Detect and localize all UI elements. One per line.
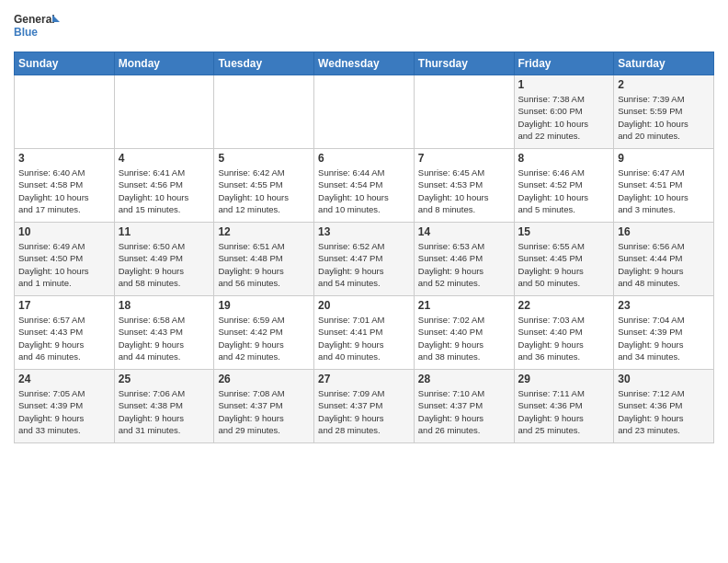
calendar-cell: 1Sunrise: 7:38 AM Sunset: 6:00 PM Daylig…	[514, 75, 614, 149]
calendar-cell: 23Sunrise: 7:04 AM Sunset: 4:39 PM Dayli…	[614, 296, 714, 370]
calendar-cell: 2Sunrise: 7:39 AM Sunset: 5:59 PM Daylig…	[614, 75, 714, 149]
header-sunday: Sunday	[15, 52, 115, 75]
cell-info: Sunrise: 7:04 AM Sunset: 4:39 PM Dayligh…	[618, 314, 710, 362]
day-number: 30	[618, 373, 710, 385]
svg-marker-2	[52, 15, 60, 22]
cell-info: Sunrise: 6:49 AM Sunset: 4:50 PM Dayligh…	[18, 240, 110, 289]
day-number: 28	[418, 373, 510, 385]
calendar-cell	[314, 75, 415, 149]
calendar-cell: 19Sunrise: 6:59 AM Sunset: 4:42 PM Dayli…	[214, 296, 314, 370]
calendar-cell: 5Sunrise: 6:42 AM Sunset: 4:55 PM Daylig…	[214, 149, 314, 223]
svg-text:General: General	[14, 13, 55, 26]
header-saturday: Saturday	[614, 52, 714, 75]
cell-info: Sunrise: 6:42 AM Sunset: 4:55 PM Dayligh…	[218, 167, 310, 215]
cell-info: Sunrise: 7:02 AM Sunset: 4:40 PM Dayligh…	[418, 314, 510, 362]
svg-text:Blue: Blue	[14, 26, 38, 39]
calendar-cell: 26Sunrise: 7:08 AM Sunset: 4:37 PM Dayli…	[214, 370, 314, 443]
day-number: 15	[518, 225, 610, 238]
cell-info: Sunrise: 6:53 AM Sunset: 4:46 PM Dayligh…	[418, 240, 510, 289]
day-number: 4	[119, 152, 210, 165]
calendar-cell	[414, 75, 514, 149]
calendar-cell: 7Sunrise: 6:45 AM Sunset: 4:53 PM Daylig…	[414, 149, 514, 223]
cell-info: Sunrise: 6:50 AM Sunset: 4:49 PM Dayligh…	[119, 240, 210, 289]
calendar-cell	[214, 75, 314, 149]
day-number: 5	[218, 152, 310, 165]
header-monday: Monday	[114, 52, 214, 75]
cell-info: Sunrise: 7:05 AM Sunset: 4:39 PM Dayligh…	[18, 387, 110, 436]
calendar-cell: 17Sunrise: 6:57 AM Sunset: 4:43 PM Dayli…	[15, 296, 115, 370]
cell-info: Sunrise: 7:08 AM Sunset: 4:37 PM Dayligh…	[218, 387, 310, 436]
header-friday: Friday	[514, 52, 614, 75]
calendar-cell: 10Sunrise: 6:49 AM Sunset: 4:50 PM Dayli…	[15, 223, 115, 296]
calendar-cell: 16Sunrise: 6:56 AM Sunset: 4:44 PM Dayli…	[614, 223, 714, 296]
day-number: 1	[518, 78, 610, 91]
calendar-cell: 11Sunrise: 6:50 AM Sunset: 4:49 PM Dayli…	[114, 223, 214, 296]
day-number: 19	[218, 299, 310, 312]
calendar-cell: 12Sunrise: 6:51 AM Sunset: 4:48 PM Dayli…	[214, 223, 314, 296]
day-number: 21	[418, 299, 510, 312]
calendar-cell: 6Sunrise: 6:44 AM Sunset: 4:54 PM Daylig…	[314, 149, 415, 223]
day-number: 2	[618, 78, 710, 91]
day-number: 29	[518, 373, 610, 385]
cell-info: Sunrise: 6:41 AM Sunset: 4:56 PM Dayligh…	[119, 167, 210, 215]
day-number: 7	[418, 152, 510, 165]
calendar-cell: 18Sunrise: 6:58 AM Sunset: 4:43 PM Dayli…	[114, 296, 214, 370]
week-row-4: 24Sunrise: 7:05 AM Sunset: 4:39 PM Dayli…	[15, 370, 714, 443]
logo-svg: General Blue	[14, 9, 60, 44]
calendar-cell: 30Sunrise: 7:12 AM Sunset: 4:36 PM Dayli…	[614, 370, 714, 443]
day-number: 9	[618, 152, 710, 165]
cell-info: Sunrise: 7:10 AM Sunset: 4:37 PM Dayligh…	[418, 387, 510, 436]
day-number: 20	[318, 299, 410, 312]
header-tuesday: Tuesday	[214, 52, 314, 75]
cell-info: Sunrise: 7:12 AM Sunset: 4:36 PM Dayligh…	[618, 387, 710, 436]
week-row-1: 3Sunrise: 6:40 AM Sunset: 4:58 PM Daylig…	[15, 149, 714, 223]
day-number: 22	[518, 299, 610, 312]
page-header: General Blue	[14, 9, 714, 44]
calendar-cell: 15Sunrise: 6:55 AM Sunset: 4:45 PM Dayli…	[514, 223, 614, 296]
cell-info: Sunrise: 6:51 AM Sunset: 4:48 PM Dayligh…	[218, 240, 310, 289]
day-number: 12	[218, 225, 310, 238]
cell-info: Sunrise: 6:57 AM Sunset: 4:43 PM Dayligh…	[18, 314, 110, 362]
day-number: 24	[18, 373, 110, 385]
calendar-cell: 29Sunrise: 7:11 AM Sunset: 4:36 PM Dayli…	[514, 370, 614, 443]
week-row-2: 10Sunrise: 6:49 AM Sunset: 4:50 PM Dayli…	[15, 223, 714, 296]
calendar-cell: 4Sunrise: 6:41 AM Sunset: 4:56 PM Daylig…	[114, 149, 214, 223]
calendar-cell: 9Sunrise: 6:47 AM Sunset: 4:51 PM Daylig…	[614, 149, 714, 223]
day-number: 16	[618, 225, 710, 238]
cell-info: Sunrise: 7:01 AM Sunset: 4:41 PM Dayligh…	[318, 314, 410, 362]
day-number: 18	[119, 299, 210, 312]
calendar-header-row: SundayMondayTuesdayWednesdayThursdayFrid…	[15, 52, 714, 75]
calendar-cell: 27Sunrise: 7:09 AM Sunset: 4:37 PM Dayli…	[314, 370, 415, 443]
calendar-cell: 22Sunrise: 7:03 AM Sunset: 4:40 PM Dayli…	[514, 296, 614, 370]
week-row-3: 17Sunrise: 6:57 AM Sunset: 4:43 PM Dayli…	[15, 296, 714, 370]
day-number: 25	[119, 373, 210, 385]
day-number: 3	[18, 152, 110, 165]
cell-info: Sunrise: 6:55 AM Sunset: 4:45 PM Dayligh…	[518, 240, 610, 289]
calendar-cell: 8Sunrise: 6:46 AM Sunset: 4:52 PM Daylig…	[514, 149, 614, 223]
day-number: 27	[318, 373, 410, 385]
week-row-0: 1Sunrise: 7:38 AM Sunset: 6:00 PM Daylig…	[15, 75, 714, 149]
cell-info: Sunrise: 6:52 AM Sunset: 4:47 PM Dayligh…	[318, 240, 410, 289]
calendar-cell	[114, 75, 214, 149]
calendar-cell: 14Sunrise: 6:53 AM Sunset: 4:46 PM Dayli…	[414, 223, 514, 296]
logo: General Blue	[14, 9, 60, 44]
calendar-cell: 20Sunrise: 7:01 AM Sunset: 4:41 PM Dayli…	[314, 296, 415, 370]
calendar-cell: 21Sunrise: 7:02 AM Sunset: 4:40 PM Dayli…	[414, 296, 514, 370]
cell-info: Sunrise: 6:56 AM Sunset: 4:44 PM Dayligh…	[618, 240, 710, 289]
calendar-cell: 3Sunrise: 6:40 AM Sunset: 4:58 PM Daylig…	[15, 149, 115, 223]
cell-info: Sunrise: 6:59 AM Sunset: 4:42 PM Dayligh…	[218, 314, 310, 362]
day-number: 13	[318, 225, 410, 238]
cell-info: Sunrise: 6:58 AM Sunset: 4:43 PM Dayligh…	[119, 314, 210, 362]
cell-info: Sunrise: 6:40 AM Sunset: 4:58 PM Dayligh…	[18, 167, 110, 215]
day-number: 26	[218, 373, 310, 385]
calendar-cell: 24Sunrise: 7:05 AM Sunset: 4:39 PM Dayli…	[15, 370, 115, 443]
cell-info: Sunrise: 7:03 AM Sunset: 4:40 PM Dayligh…	[518, 314, 610, 362]
day-number: 23	[618, 299, 710, 312]
cell-info: Sunrise: 6:46 AM Sunset: 4:52 PM Dayligh…	[518, 167, 610, 215]
day-number: 10	[18, 225, 110, 238]
calendar-cell	[15, 75, 115, 149]
cell-info: Sunrise: 7:06 AM Sunset: 4:38 PM Dayligh…	[119, 387, 210, 436]
day-number: 8	[518, 152, 610, 165]
day-number: 14	[418, 225, 510, 238]
cell-info: Sunrise: 7:38 AM Sunset: 6:00 PM Dayligh…	[518, 93, 610, 142]
